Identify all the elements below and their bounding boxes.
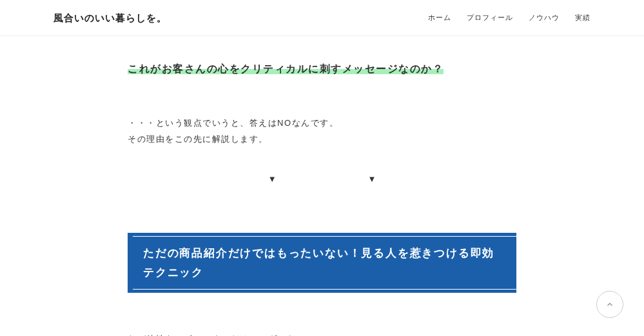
site-header: 風合いのいい暮らしを。 ホーム プロフィール ノウハウ 実績	[0, 0, 644, 36]
site-title[interactable]: 風合いのいい暮らしを。	[54, 9, 167, 26]
chevron-up-icon	[605, 300, 614, 309]
nav-profile[interactable]: プロフィール	[467, 12, 513, 25]
section-banner-text: ただの商品紹介だけではもったいない！見る人を惹きつける即効テクニック	[143, 244, 506, 282]
divider-triangles: ▼ ▼	[128, 172, 516, 186]
question-text: なぜ特性をアピールするだけではダメなのか？	[128, 331, 516, 336]
heading-green-block: これがお客さんの心をクリティカルに刺すメッセージなのか？	[128, 60, 516, 79]
nav-knowhow[interactable]: ノウハウ	[529, 12, 560, 25]
triangle-down-icon: ▼	[368, 172, 376, 186]
paragraph-1: ・・・という観点でいうと、答えはNOなんです。	[128, 115, 516, 131]
nav-home[interactable]: ホーム	[428, 12, 451, 25]
heading-green: これがお客さんの心をクリティカルに刺すメッセージなのか？	[128, 63, 444, 74]
triangle-down-icon: ▼	[268, 172, 277, 186]
article-content: これらのアピールはあくまで、モノの特性を紹介してるだけなんですよね。 これがお客…	[128, 0, 516, 336]
section-body: なぜ特性をアピールするだけではダメなのか？ その理由は、 お客さんはペンが「書き…	[128, 331, 516, 336]
section-banner: ただの商品紹介だけではもったいない！見る人を惹きつける即効テクニック	[128, 233, 516, 293]
main-nav: ホーム プロフィール ノウハウ 実績	[428, 12, 590, 25]
scroll-top-button[interactable]	[596, 291, 623, 318]
nav-results[interactable]: 実績	[575, 12, 590, 25]
paragraph-2: その理由をこの先に解説します。	[128, 132, 516, 147]
paragraph-block-1: ・・・という観点でいうと、答えはNOなんです。 その理由をこの先に解説します。	[128, 115, 516, 146]
